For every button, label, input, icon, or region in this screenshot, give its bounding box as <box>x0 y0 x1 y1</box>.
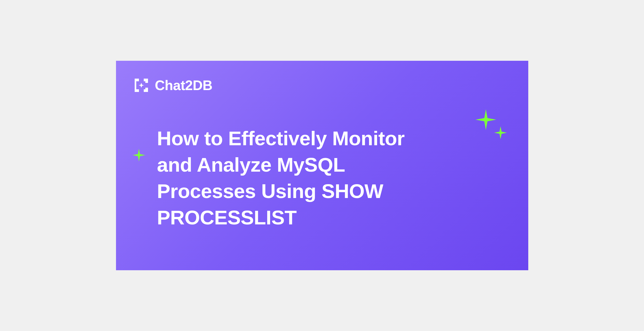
sparkle-icon <box>475 109 496 130</box>
brand-logo: Chat2DB <box>133 77 213 93</box>
sparkle-icon <box>133 149 145 162</box>
brand-name: Chat2DB <box>155 77 213 93</box>
banner-headline: How to Effectively Monitor and Analyze M… <box>157 125 427 231</box>
promotional-banner: Chat2DB How to Effectively Monitor and A… <box>116 61 528 270</box>
sparkle-icon <box>494 126 507 139</box>
brand-logo-icon <box>133 78 150 93</box>
